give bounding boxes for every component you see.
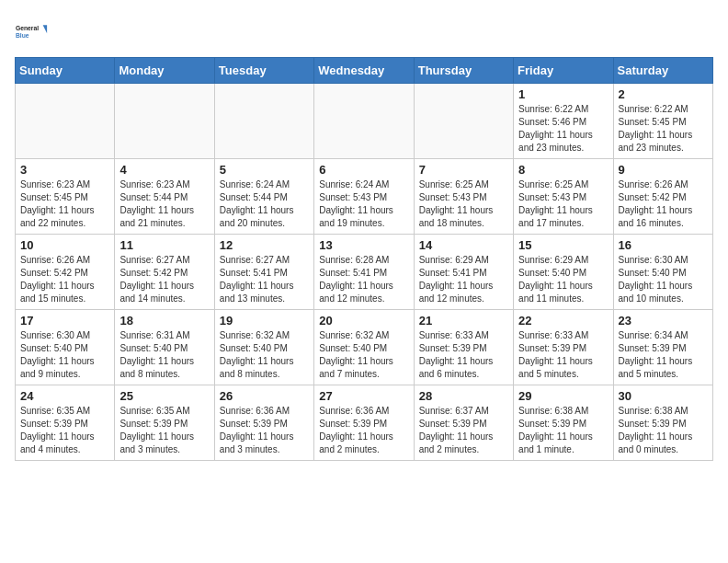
day-number: 11: [119, 238, 209, 252]
logo: GeneralBlue: [15, 15, 48, 48]
calendar-day-cell: 1Sunrise: 6:22 AMSunset: 5:46 PMDaylight…: [514, 84, 613, 159]
weekday-header-monday: Monday: [115, 58, 214, 84]
weekday-header-sunday: Sunday: [16, 58, 115, 84]
day-number: 5: [220, 163, 309, 177]
day-info: Sunrise: 6:32 AMSunset: 5:40 PMDaylight:…: [220, 329, 309, 381]
calendar-day-cell: 8Sunrise: 6:25 AMSunset: 5:43 PMDaylight…: [514, 159, 613, 235]
calendar-day-cell: 14Sunrise: 6:29 AMSunset: 5:41 PMDayligh…: [414, 235, 513, 310]
weekday-header-saturday: Saturday: [613, 58, 712, 84]
day-info: Sunrise: 6:32 AMSunset: 5:40 PMDaylight:…: [319, 329, 408, 381]
calendar-day-cell: 19Sunrise: 6:32 AMSunset: 5:40 PMDayligh…: [214, 310, 313, 385]
calendar-day-cell: [16, 84, 115, 159]
day-number: 17: [20, 314, 109, 327]
day-info: Sunrise: 6:38 AMSunset: 5:39 PMDaylight:…: [619, 405, 708, 456]
day-number: 9: [619, 163, 708, 177]
day-info: Sunrise: 6:37 AMSunset: 5:39 PMDaylight:…: [419, 405, 508, 456]
day-info: Sunrise: 6:22 AMSunset: 5:45 PMDaylight:…: [619, 103, 708, 155]
calendar-day-cell: 20Sunrise: 6:32 AMSunset: 5:40 PMDayligh…: [314, 310, 414, 385]
calendar-day-cell: 24Sunrise: 6:35 AMSunset: 5:39 PMDayligh…: [16, 385, 115, 461]
day-number: 6: [319, 163, 408, 177]
day-number: 8: [518, 163, 608, 177]
calendar-day-cell: [214, 84, 313, 159]
calendar-week-2: 3Sunrise: 6:23 AMSunset: 5:45 PMDaylight…: [16, 159, 713, 235]
weekday-header-wednesday: Wednesday: [314, 58, 414, 84]
day-info: Sunrise: 6:34 AMSunset: 5:39 PMDaylight:…: [619, 329, 708, 381]
day-info: Sunrise: 6:23 AMSunset: 5:44 PMDaylight:…: [119, 178, 209, 230]
day-number: 18: [119, 314, 209, 327]
day-info: Sunrise: 6:38 AMSunset: 5:39 PMDaylight:…: [518, 405, 608, 456]
calendar-day-cell: 17Sunrise: 6:30 AMSunset: 5:40 PMDayligh…: [16, 310, 115, 385]
calendar-week-4: 17Sunrise: 6:30 AMSunset: 5:40 PMDayligh…: [16, 310, 713, 385]
day-info: Sunrise: 6:36 AMSunset: 5:39 PMDaylight:…: [220, 405, 309, 456]
calendar-day-cell: 10Sunrise: 6:26 AMSunset: 5:42 PMDayligh…: [16, 235, 115, 310]
calendar-day-cell: 22Sunrise: 6:33 AMSunset: 5:39 PMDayligh…: [514, 310, 613, 385]
day-info: Sunrise: 6:29 AMSunset: 5:40 PMDaylight:…: [518, 254, 608, 305]
day-info: Sunrise: 6:23 AMSunset: 5:45 PMDaylight:…: [20, 178, 109, 230]
day-info: Sunrise: 6:24 AMSunset: 5:44 PMDaylight:…: [220, 178, 309, 230]
calendar-day-cell: 23Sunrise: 6:34 AMSunset: 5:39 PMDayligh…: [613, 310, 712, 385]
day-number: 12: [220, 238, 309, 252]
day-number: 16: [619, 238, 708, 252]
day-number: 30: [619, 389, 708, 403]
calendar-day-cell: 16Sunrise: 6:30 AMSunset: 5:40 PMDayligh…: [613, 235, 712, 310]
day-info: Sunrise: 6:27 AMSunset: 5:41 PMDaylight:…: [220, 254, 309, 305]
calendar-day-cell: 30Sunrise: 6:38 AMSunset: 5:39 PMDayligh…: [613, 385, 712, 461]
day-number: 13: [319, 238, 408, 252]
day-info: Sunrise: 6:33 AMSunset: 5:39 PMDaylight:…: [518, 329, 608, 381]
day-info: Sunrise: 6:35 AMSunset: 5:39 PMDaylight:…: [119, 405, 209, 456]
calendar-table: SundayMondayTuesdayWednesdayThursdayFrid…: [15, 57, 713, 461]
calendar-day-cell: 13Sunrise: 6:28 AMSunset: 5:41 PMDayligh…: [314, 235, 414, 310]
day-number: 10: [20, 238, 109, 252]
calendar-week-5: 24Sunrise: 6:35 AMSunset: 5:39 PMDayligh…: [16, 385, 713, 461]
day-info: Sunrise: 6:29 AMSunset: 5:41 PMDaylight:…: [419, 254, 508, 305]
weekday-header-tuesday: Tuesday: [214, 58, 313, 84]
day-info: Sunrise: 6:27 AMSunset: 5:42 PMDaylight:…: [119, 254, 209, 305]
day-number: 29: [518, 389, 608, 403]
calendar-day-cell: 11Sunrise: 6:27 AMSunset: 5:42 PMDayligh…: [115, 235, 214, 310]
logo-icon: GeneralBlue: [15, 15, 48, 48]
day-number: 2: [619, 87, 708, 101]
day-info: Sunrise: 6:22 AMSunset: 5:46 PMDaylight:…: [518, 103, 608, 155]
calendar-day-cell: 2Sunrise: 6:22 AMSunset: 5:45 PMDaylight…: [613, 84, 712, 159]
day-info: Sunrise: 6:30 AMSunset: 5:40 PMDaylight:…: [619, 254, 708, 305]
calendar-day-cell: 26Sunrise: 6:36 AMSunset: 5:39 PMDayligh…: [214, 385, 313, 461]
day-number: 4: [119, 163, 209, 177]
calendar-day-cell: 15Sunrise: 6:29 AMSunset: 5:40 PMDayligh…: [514, 235, 613, 310]
svg-text:General: General: [16, 25, 39, 31]
day-info: Sunrise: 6:33 AMSunset: 5:39 PMDaylight:…: [419, 329, 508, 381]
calendar-day-cell: 28Sunrise: 6:37 AMSunset: 5:39 PMDayligh…: [414, 385, 513, 461]
day-info: Sunrise: 6:28 AMSunset: 5:41 PMDaylight:…: [319, 254, 408, 305]
weekday-header-row: SundayMondayTuesdayWednesdayThursdayFrid…: [16, 58, 713, 84]
day-info: Sunrise: 6:26 AMSunset: 5:42 PMDaylight:…: [20, 254, 109, 305]
day-info: Sunrise: 6:36 AMSunset: 5:39 PMDaylight:…: [319, 405, 408, 456]
day-number: 3: [20, 163, 109, 177]
day-number: 28: [419, 389, 508, 403]
calendar-day-cell: [115, 84, 214, 159]
calendar-day-cell: 4Sunrise: 6:23 AMSunset: 5:44 PMDaylight…: [115, 159, 214, 235]
day-number: 19: [220, 314, 309, 327]
day-number: 7: [419, 163, 508, 177]
day-number: 24: [20, 389, 109, 403]
weekday-header-thursday: Thursday: [414, 58, 513, 84]
day-info: Sunrise: 6:24 AMSunset: 5:43 PMDaylight:…: [319, 178, 408, 230]
day-info: Sunrise: 6:25 AMSunset: 5:43 PMDaylight:…: [419, 178, 508, 230]
calendar-day-cell: [414, 84, 513, 159]
day-number: 20: [319, 314, 408, 327]
day-number: 26: [220, 389, 309, 403]
weekday-header-friday: Friday: [514, 58, 613, 84]
day-number: 15: [518, 238, 608, 252]
calendar-day-cell: 3Sunrise: 6:23 AMSunset: 5:45 PMDaylight…: [16, 159, 115, 235]
page-header: GeneralBlue: [15, 15, 713, 48]
calendar-day-cell: 21Sunrise: 6:33 AMSunset: 5:39 PMDayligh…: [414, 310, 513, 385]
day-number: 21: [419, 314, 508, 327]
calendar-day-cell: 25Sunrise: 6:35 AMSunset: 5:39 PMDayligh…: [115, 385, 214, 461]
day-info: Sunrise: 6:30 AMSunset: 5:40 PMDaylight:…: [20, 329, 109, 381]
calendar-day-cell: 12Sunrise: 6:27 AMSunset: 5:41 PMDayligh…: [214, 235, 313, 310]
day-number: 27: [319, 389, 408, 403]
calendar-day-cell: 5Sunrise: 6:24 AMSunset: 5:44 PMDaylight…: [214, 159, 313, 235]
calendar-day-cell: 27Sunrise: 6:36 AMSunset: 5:39 PMDayligh…: [314, 385, 414, 461]
day-number: 22: [518, 314, 608, 327]
calendar-day-cell: [314, 84, 414, 159]
day-info: Sunrise: 6:26 AMSunset: 5:42 PMDaylight:…: [619, 178, 708, 230]
day-number: 25: [119, 389, 209, 403]
